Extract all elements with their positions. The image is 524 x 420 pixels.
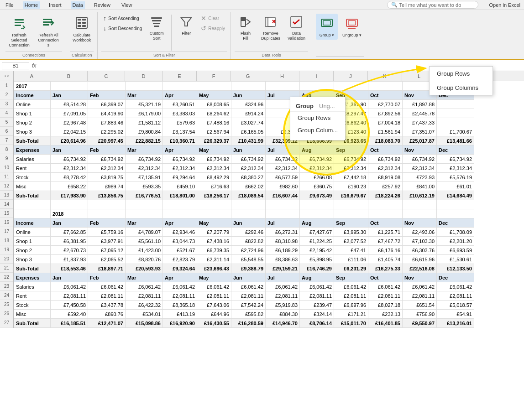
cell-22-9[interactable]: Sep bbox=[334, 273, 368, 282]
cell-10-7[interactable]: £2,312.34 bbox=[266, 164, 300, 173]
cell-1-7[interactable] bbox=[266, 82, 300, 91]
cell-3-11[interactable]: £1,897.88 bbox=[403, 100, 437, 109]
cell-15-3[interactable] bbox=[126, 209, 163, 218]
cell-18-5[interactable]: £7,438.16 bbox=[197, 237, 231, 246]
cell-25-4[interactable]: £8,365.18 bbox=[163, 301, 197, 310]
col-header-D[interactable]: D bbox=[125, 71, 162, 81]
cell-22-8[interactable]: Aug bbox=[300, 273, 334, 282]
group-btn[interactable]: Group ▾ bbox=[316, 14, 338, 40]
cell-14-11[interactable] bbox=[403, 200, 437, 209]
cell-17-5[interactable]: £7,207.79 bbox=[197, 228, 231, 237]
cell-14-8[interactable] bbox=[300, 200, 334, 209]
cell-15-4[interactable] bbox=[163, 209, 197, 218]
cell-16-0[interactable]: Income bbox=[14, 218, 51, 228]
cell-24-3[interactable]: £2,081.11 bbox=[126, 291, 163, 301]
cell-3-10[interactable]: £2,770.07 bbox=[368, 100, 403, 109]
cell-17-10[interactable]: £1,225.71 bbox=[368, 228, 403, 237]
cell-21-0[interactable]: Sub-Total bbox=[14, 264, 51, 273]
cell-27-4[interactable]: £16,920.90 bbox=[163, 319, 197, 328]
row-number-26[interactable]: 26 bbox=[0, 309, 13, 318]
cell-25-6[interactable]: £7,542.24 bbox=[231, 301, 266, 310]
tell-me-box[interactable]: 🔍 Tell me what you want to do bbox=[387, 1, 478, 9]
cell-4-1[interactable]: £7,091.05 bbox=[51, 109, 88, 118]
cell-11-0[interactable]: Stock bbox=[14, 173, 51, 182]
cell-25-0[interactable]: Stock bbox=[14, 301, 51, 310]
cell-12-6[interactable]: £662.02 bbox=[231, 182, 266, 191]
cell-14-4[interactable] bbox=[163, 200, 197, 209]
cell-11-1[interactable]: £8,278.42 bbox=[51, 173, 88, 182]
cell-8-8[interactable]: Aug bbox=[300, 145, 334, 155]
cell-16-4[interactable]: Apr bbox=[163, 218, 197, 228]
cell-3-0[interactable]: Online bbox=[14, 100, 51, 109]
cell-27-7[interactable]: £14,946.70 bbox=[266, 319, 300, 328]
cell-10-4[interactable]: £2,312.34 bbox=[163, 164, 197, 173]
col-header-E[interactable]: E bbox=[162, 71, 197, 81]
cell-8-9[interactable]: Sep bbox=[334, 145, 368, 155]
cell-10-0[interactable]: Rent bbox=[14, 164, 51, 173]
cell-22-11[interactable]: Nov bbox=[403, 273, 437, 282]
cell-12-8[interactable]: £360.75 bbox=[300, 182, 334, 191]
col-header-K[interactable]: K bbox=[368, 71, 402, 81]
cell-8-12[interactable]: Dec bbox=[437, 145, 474, 155]
cell-26-6[interactable]: £595.82 bbox=[231, 310, 266, 319]
flash-fill-btn[interactable]: FlashFill bbox=[235, 14, 257, 43]
cell-14-2[interactable] bbox=[88, 200, 126, 209]
col-header-H[interactable]: H bbox=[265, 71, 299, 81]
cell-13-9[interactable]: £16,679.67 bbox=[334, 191, 368, 200]
cell-4-4[interactable]: £3,383.03 bbox=[163, 109, 197, 118]
row-number-19[interactable]: 19 bbox=[0, 245, 13, 254]
cell-5-11[interactable]: £7,437.33 bbox=[403, 118, 437, 127]
col-header-C[interactable]: C bbox=[88, 71, 125, 81]
cell-13-7[interactable]: £16,607.44 bbox=[266, 191, 300, 200]
clear-btn[interactable]: ✕ Clear bbox=[199, 14, 227, 23]
cell-20-0[interactable]: Shop 3 bbox=[14, 255, 51, 264]
cell-26-5[interactable]: £644.96 bbox=[197, 310, 231, 319]
cell-11-9[interactable]: £7,442.18 bbox=[334, 173, 368, 182]
cell-20-5[interactable]: £2,311.14 bbox=[197, 255, 231, 264]
cell-8-11[interactable]: Nov bbox=[403, 145, 437, 155]
cell-13-8[interactable]: £9,673.49 bbox=[300, 191, 334, 200]
cell-12-9[interactable]: £190.23 bbox=[334, 182, 368, 191]
cell-2-1[interactable]: Jan bbox=[51, 91, 88, 100]
col-header-G[interactable]: G bbox=[231, 71, 265, 81]
cell-26-4[interactable]: £413.19 bbox=[163, 310, 197, 319]
cell-27-12[interactable]: £13,216.01 bbox=[437, 319, 474, 328]
cell-21-12[interactable]: £12,133.50 bbox=[437, 264, 474, 273]
cell-4-0[interactable]: Shop 1 bbox=[14, 109, 51, 118]
cell-20-10[interactable]: £1,405.74 bbox=[368, 255, 403, 264]
row-number-2[interactable]: 2 bbox=[0, 90, 13, 99]
cell-15-1[interactable]: 2018 bbox=[51, 209, 88, 218]
cell-23-12[interactable]: £6,061.42 bbox=[437, 282, 474, 291]
group-rows-option[interactable]: Group Rows bbox=[430, 67, 493, 81]
cell-9-1[interactable]: £6,734.92 bbox=[51, 155, 88, 164]
cell-18-8[interactable]: £1,224.25 bbox=[300, 237, 334, 246]
cell-4-12[interactable] bbox=[437, 109, 474, 118]
row-number-5[interactable]: 5 bbox=[0, 118, 13, 127]
cell-18-3[interactable]: £5,561.10 bbox=[126, 237, 163, 246]
col-header-A[interactable]: A bbox=[14, 71, 50, 81]
cell-16-8[interactable]: Aug bbox=[300, 218, 334, 228]
cell-9-4[interactable]: £6,734.92 bbox=[163, 155, 197, 164]
row-number-10[interactable]: 10 bbox=[0, 163, 13, 172]
cell-23-8[interactable]: £6,061.42 bbox=[300, 282, 334, 291]
cell-18-0[interactable]: Shop 1 bbox=[14, 237, 51, 246]
group-columns-mini[interactable]: Group Colum... bbox=[290, 124, 345, 136]
cell-11-12[interactable]: £5,576.19 bbox=[437, 173, 474, 182]
cell-9-6[interactable]: £6,734.92 bbox=[231, 155, 266, 164]
cell-4-3[interactable]: £6,179.00 bbox=[126, 109, 163, 118]
cell-15-11[interactable] bbox=[403, 209, 437, 218]
cell-13-0[interactable]: Sub-Total bbox=[14, 191, 51, 200]
cell-8-10[interactable]: Oct bbox=[368, 145, 403, 155]
cell-18-2[interactable]: £3,977.91 bbox=[88, 237, 126, 246]
cell-9-12[interactable]: £6,734.92 bbox=[437, 155, 474, 164]
cell-24-1[interactable]: £2,081.11 bbox=[51, 291, 88, 301]
cell-8-4[interactable]: Apr bbox=[163, 145, 197, 155]
cell-19-9[interactable]: £47.41 bbox=[334, 246, 368, 255]
cell-27-2[interactable]: £12,471.07 bbox=[88, 319, 126, 328]
cell-5-1[interactable]: £2,967.48 bbox=[51, 118, 88, 127]
cell-13-3[interactable]: £16,776.51 bbox=[126, 191, 163, 200]
row-number-24[interactable]: 24 bbox=[0, 291, 13, 300]
row-number-15[interactable]: 15 bbox=[0, 209, 13, 218]
cell-10-6[interactable]: £2,312.34 bbox=[231, 164, 266, 173]
row-number-18[interactable]: 18 bbox=[0, 236, 13, 245]
